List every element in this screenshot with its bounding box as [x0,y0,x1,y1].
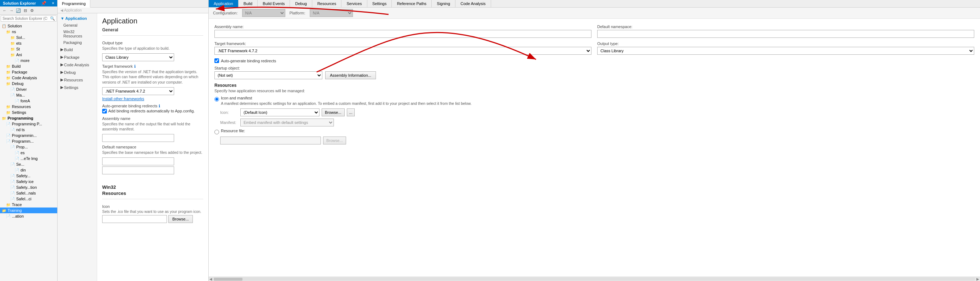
nav-application[interactable]: ▼ Application [57,15,97,22]
icon-extra-btn[interactable]: ... [347,109,355,117]
se-tree-item[interactable]: 📁Training [0,208,57,213]
resource-file-radio[interactable] [215,130,219,134]
se-tree-item[interactable]: 📁St [0,46,57,52]
se-tree-item[interactable]: 📄Programming P... [0,121,57,127]
right-auto-generate-checkbox[interactable] [215,58,219,63]
icon-manifest-radio[interactable] [215,97,219,102]
se-settings-button[interactable]: ⚙ [29,7,35,14]
se-forward-button[interactable]: → [8,7,15,14]
se-tree-item[interactable]: 📄Safety...tion [0,184,57,190]
bottom-scrollbar[interactable]: ◀ ▶ [208,277,980,281]
se-tree-item[interactable]: 📄...ation [0,213,57,219]
right-tab-build[interactable]: Build [239,0,258,7]
assembly-name-input[interactable]: ...Programming [102,134,174,142]
right-tab-services[interactable]: Services [341,0,367,7]
right-tab-code-analysis[interactable]: Code Analysis [455,0,491,7]
se-tree-item[interactable]: 📄Safety ice [0,179,57,184]
se-tree-item[interactable]: 📄Programm... [0,138,57,144]
install-frameworks-link[interactable]: Install other frameworks [102,97,144,101]
se-search-box[interactable]: 🔍 [1,16,56,22]
scroll-right-icon[interactable]: ▶ [976,277,980,281]
close-se-button[interactable]: × [52,1,54,6]
se-tree-item[interactable]: 📄Programmin... [0,133,57,138]
right-tab-signing[interactable]: Signing [432,0,455,7]
nav-packaging[interactable]: Packaging [57,39,97,46]
se-tree-item[interactable]: 📁Sol... [0,35,57,40]
se-tree-item[interactable]: 📄more [0,57,57,64]
se-tree-item[interactable]: 📁Programming [0,115,57,121]
se-tree-item[interactable]: 📄foreA [0,98,57,104]
auto-generate-checkbox[interactable] [102,109,107,113]
se-tree-item[interactable]: 📋Solution [0,23,57,29]
se-tree-item[interactable]: 📄...eTe lmg [0,156,57,161]
output-type-select[interactable]: Class Library [102,53,174,61]
se-tree-item[interactable]: 📁Package [0,69,57,75]
resource-file-browse-btn[interactable]: Browse... [323,137,346,144]
se-tree-item[interactable]: 📁Settings [0,110,57,115]
nav-win32-resources[interactable]: Win32 Resources [57,29,97,39]
nav-build[interactable]: ▶ Build [57,46,97,53]
se-tree-item[interactable]: 📄Ma... [0,92,57,98]
se-tree-item[interactable]: 📄es [0,150,57,156]
startup-object-select[interactable]: (Not set) [215,71,322,79]
se-tree-item[interactable]: 📄Driver [0,86,57,92]
se-item-label: Se... [16,162,24,166]
assembly-info-button[interactable]: Assembly Information... [325,71,376,79]
right-default-ns-input[interactable]: Training [597,30,974,38]
pin-button[interactable]: 📌 [41,1,46,6]
default-namespace-input2[interactable]: ...Programming [102,166,174,174]
se-refresh-button[interactable]: 🔄 [15,7,22,14]
resource-file-radio-row: Resource file: [215,129,974,134]
se-tree-item[interactable]: 📁Code Analysis [0,75,57,81]
scroll-left-icon[interactable]: ◀ [208,277,213,281]
se-search-input[interactable] [1,16,49,21]
nav-code-analysis[interactable]: ▶ Code Analysis [57,61,97,69]
se-tree-item[interactable]: 📁Build [0,64,57,69]
config-select[interactable]: N/A [242,9,285,17]
right-assembly-input[interactable]: ...Training [215,30,592,38]
icon-browse-button[interactable]: Browse... [169,215,193,223]
se-tree-item[interactable]: 📄Safel...nals [0,190,57,196]
se-tree-item[interactable]: 📄Safel...ci [0,196,57,202]
nav-settings[interactable]: ▶ Settings [57,84,97,91]
right-tf-select[interactable]: .NET Framework 4.7.2 [215,47,592,55]
nav-package[interactable]: ▶ Package [57,53,97,61]
left-panel-tab-bar: Programming [57,0,208,8]
manifest-select[interactable]: Embed manifest with default settings [240,118,334,126]
icon-browse-btn[interactable]: Browse... [321,109,345,117]
nav-resources[interactable]: ▶ Resources [57,76,97,84]
se-tree-item[interactable]: 📄Prop... [0,144,57,150]
icon-combo-select[interactable]: (Default Icon) [240,109,320,117]
se-item-label: es [21,150,25,155]
se-collapse-button[interactable]: ⊟ [22,7,29,14]
default-namespace-input[interactable]: $(MSBuildProjectName.Replace(' ', '_')) [102,157,174,165]
se-tree-item[interactable]: 📄din [0,167,57,173]
nav-debug[interactable]: ▶ Debug [57,69,97,76]
left-tab-programming[interactable]: Programming [57,0,90,8]
icon-file-input[interactable] [102,215,167,223]
right-tab-reference-paths[interactable]: Reference Paths [392,0,432,7]
right-tab-settings[interactable]: Settings [368,0,392,7]
icon-manifest-radio-row: Icon and manifest A manifest determines … [215,96,974,106]
se-tree-item[interactable]: 📄nd ts [0,127,57,133]
se-tree-item[interactable]: 📄Safety... [0,173,57,179]
platform-select[interactable]: N/A [310,9,353,17]
se-tree-item[interactable]: 📁Ani [0,52,57,57]
right-ot-select[interactable]: Class Library [597,47,974,55]
se-item-label: ...ation [12,214,24,218]
se-tree-item[interactable]: 📁Debug [0,81,57,86]
se-tree-item[interactable]: 📁ns [0,29,57,35]
se-tree-item[interactable]: 📁ets [0,40,57,46]
se-tree-item[interactable]: 📁Resources [0,104,57,110]
se-back-button[interactable]: ← [2,7,8,14]
resource-file-input[interactable] [220,137,321,144]
nav-general[interactable]: General [57,22,97,29]
se-tree-item[interactable]: 📁Trace [0,202,57,208]
right-tab-application[interactable]: Application [208,0,239,7]
se-tree-item[interactable]: 📄Se... [0,161,57,167]
target-framework-select[interactable]: .NET Framework 4.7.2 [102,87,174,95]
right-tab-resources[interactable]: Resources [312,0,342,7]
right-tab-debug[interactable]: Debug [290,0,312,7]
right-tab-build-events[interactable]: Build Events [258,0,290,7]
se-item-icon: 📄 [14,156,19,161]
